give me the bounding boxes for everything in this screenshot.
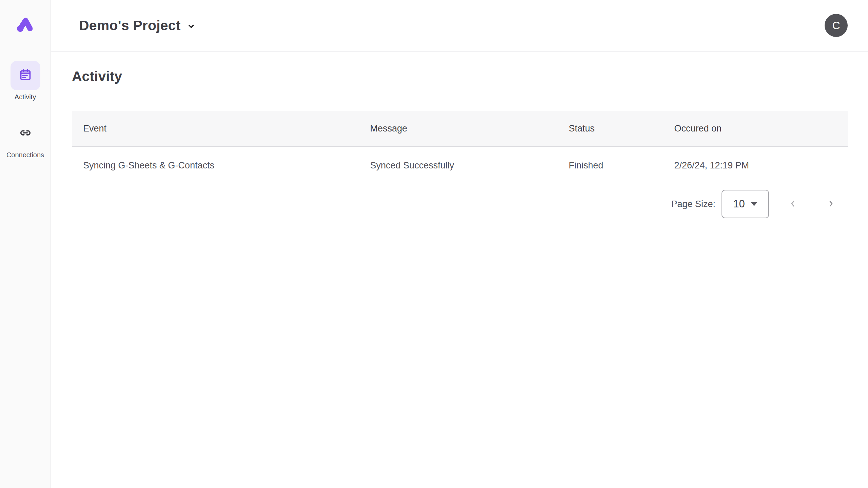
main-column: Demo's Project C Activity <box>51 0 868 488</box>
user-avatar[interactable]: C <box>825 14 848 37</box>
column-header-message: Message <box>359 111 558 147</box>
app-root: Activity Connections De <box>0 0 868 488</box>
cell-event: Syncing G-Sheets & G-Contacts <box>72 147 359 184</box>
table-row: Syncing G-Sheets & G-Contacts Synced Suc… <box>72 147 848 184</box>
link-icon <box>19 126 32 141</box>
pagination-bar: Page Size: 10 <box>72 189 848 219</box>
page-content: Activity Event Message Status Occured on… <box>51 52 868 219</box>
sidebar-item-activity[interactable]: Activity <box>11 61 40 101</box>
project-switcher[interactable]: Demo's Project <box>79 18 196 34</box>
chevron-left-icon <box>788 199 797 209</box>
sidebar-item-connections[interactable]: Connections <box>6 119 44 159</box>
top-header: Demo's Project C <box>51 0 868 52</box>
chevron-right-icon <box>826 199 836 209</box>
sidebar-item-label: Connections <box>6 151 44 159</box>
previous-page-button[interactable] <box>785 196 801 212</box>
caret-down-icon <box>751 202 757 208</box>
page-size-select[interactable]: 10 <box>722 190 769 218</box>
sidebar-item-label: Activity <box>15 93 36 101</box>
project-title: Demo's Project <box>79 18 181 34</box>
activity-table: Event Message Status Occured on Syncing … <box>72 111 848 184</box>
calendar-icon <box>18 67 33 84</box>
cell-status: Finished <box>557 147 663 184</box>
page-title: Activity <box>72 68 848 84</box>
next-page-button[interactable] <box>823 196 839 212</box>
column-header-status: Status <box>557 111 663 147</box>
brand-logo-icon <box>15 14 36 33</box>
activity-tile <box>11 61 40 90</box>
table-header: Event Message Status Occured on <box>72 111 848 147</box>
chevron-down-icon <box>186 21 196 33</box>
page-size-label: Page Size: <box>671 199 715 209</box>
cell-occurred-on: 2/26/24, 12:19 PM <box>663 147 848 184</box>
column-header-occurred-on: Occured on <box>663 111 848 147</box>
sidebar: Activity Connections <box>0 0 51 488</box>
cell-message: Synced Successfully <box>359 147 558 184</box>
column-header-event: Event <box>72 111 359 147</box>
sidebar-nav: Activity Connections <box>6 61 44 159</box>
page-size-value: 10 <box>733 198 745 210</box>
avatar-initial: C <box>832 19 840 32</box>
connections-tile <box>11 119 40 148</box>
